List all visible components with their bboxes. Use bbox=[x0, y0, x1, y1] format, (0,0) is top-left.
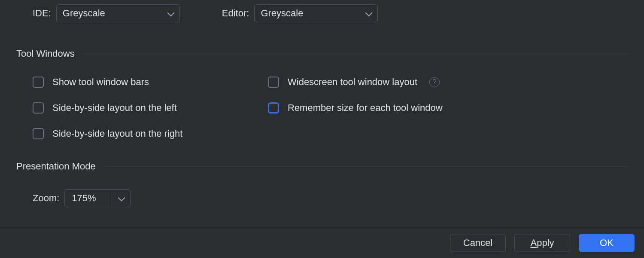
ide-theme-label: IDE: bbox=[33, 8, 51, 19]
section-divider bbox=[103, 166, 628, 167]
zoom-label: Zoom: bbox=[33, 193, 59, 204]
help-icon[interactable]: ? bbox=[429, 77, 440, 87]
remember-size-row[interactable]: Remember size for each tool window bbox=[268, 102, 443, 114]
ide-theme-dropdown[interactable]: Greyscale bbox=[56, 4, 180, 22]
side-by-side-right-label: Side-by-side layout on the right bbox=[52, 128, 182, 139]
ide-theme-value: Greyscale bbox=[63, 8, 105, 19]
chevron-down-icon bbox=[365, 10, 371, 16]
side-by-side-left-checkbox[interactable] bbox=[33, 102, 44, 114]
cancel-button-label: Cancel bbox=[463, 237, 492, 249]
tool-windows-title-text: Tool Windows bbox=[16, 48, 75, 59]
side-by-side-right-checkbox[interactable] bbox=[33, 128, 44, 139]
apply-button[interactable]: Apply bbox=[514, 234, 570, 252]
ok-button[interactable]: OK bbox=[579, 234, 635, 252]
widescreen-layout-label: Widescreen tool window layout bbox=[288, 77, 417, 88]
ide-theme-field: IDE: Greyscale bbox=[33, 4, 180, 22]
show-tool-window-bars-checkbox[interactable] bbox=[33, 77, 44, 88]
apply-button-label: Apply bbox=[530, 237, 554, 249]
checkbox-column-left: Show tool window bars Side-by-side layou… bbox=[33, 77, 268, 139]
cancel-button[interactable]: Cancel bbox=[450, 234, 506, 252]
show-tool-window-bars-label: Show tool window bars bbox=[52, 77, 149, 88]
chevron-down-icon bbox=[167, 10, 173, 16]
checkbox-column-right: Widescreen tool window layout ? Remember… bbox=[268, 77, 443, 139]
side-by-side-right-row[interactable]: Side-by-side layout on the right bbox=[33, 128, 268, 139]
show-tool-window-bars-row[interactable]: Show tool window bars bbox=[33, 77, 268, 88]
remember-size-label: Remember size for each tool window bbox=[288, 102, 443, 114]
zoom-row: Zoom: 175% bbox=[33, 189, 628, 207]
tool-windows-section-title: Tool Windows bbox=[16, 48, 628, 59]
widescreen-layout-checkbox[interactable] bbox=[268, 77, 279, 88]
editor-theme-field: Editor: Greyscale bbox=[222, 4, 378, 22]
dialog-footer: Cancel Apply OK bbox=[0, 227, 644, 258]
editor-theme-dropdown[interactable]: Greyscale bbox=[254, 4, 378, 22]
editor-theme-label: Editor: bbox=[222, 8, 249, 19]
side-by-side-left-label: Side-by-side layout on the left bbox=[52, 102, 177, 114]
remember-size-checkbox[interactable] bbox=[268, 102, 279, 114]
zoom-combobox[interactable]: 175% bbox=[64, 189, 131, 207]
ok-button-label: OK bbox=[600, 237, 614, 249]
presentation-mode-section-title: Presentation Mode bbox=[16, 161, 628, 172]
editor-theme-value: Greyscale bbox=[261, 8, 303, 19]
side-by-side-left-row[interactable]: Side-by-side layout on the left bbox=[33, 102, 268, 114]
section-divider bbox=[82, 54, 628, 54]
zoom-dropdown-button[interactable] bbox=[112, 190, 130, 207]
chevron-down-icon bbox=[118, 195, 124, 201]
theme-selectors-row: IDE: Greyscale Editor: Greyscale bbox=[16, 4, 628, 22]
zoom-value[interactable]: 175% bbox=[65, 190, 112, 207]
presentation-mode-title-text: Presentation Mode bbox=[16, 161, 96, 172]
widescreen-layout-row[interactable]: Widescreen tool window layout ? bbox=[268, 77, 443, 88]
tool-windows-checkboxes: Show tool window bars Side-by-side layou… bbox=[33, 77, 628, 139]
